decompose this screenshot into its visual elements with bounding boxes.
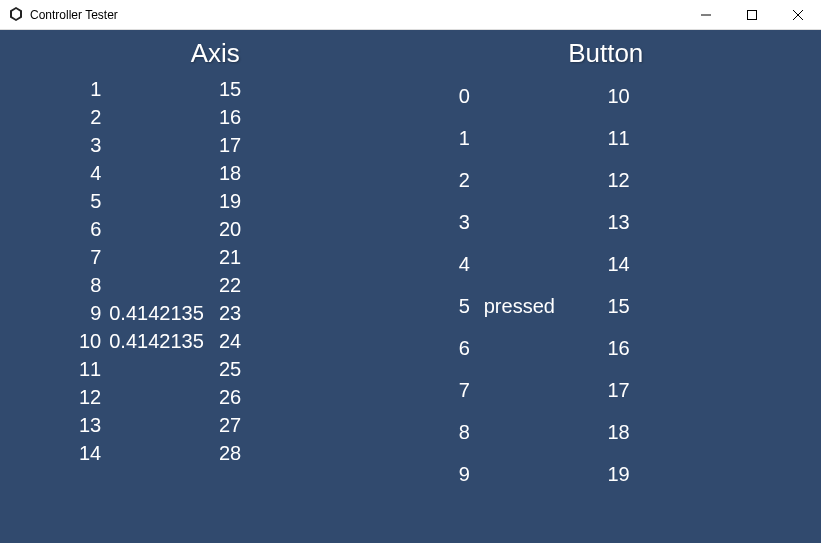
axis-row: 12: [75, 383, 215, 411]
axis-index: 24: [215, 330, 249, 353]
axis-index: 21: [215, 246, 249, 269]
close-button[interactable]: [775, 0, 821, 29]
axis-row: 90.4142135: [75, 299, 215, 327]
axis-header: Axis: [191, 38, 240, 69]
button-row: 11: [606, 117, 766, 159]
button-index: 2: [446, 169, 470, 192]
button-row: 13: [606, 201, 766, 243]
axis-row: 1: [75, 75, 215, 103]
axis-column-2: 1516171819202122232425262728: [215, 75, 355, 467]
button-index: 17: [606, 379, 630, 402]
button-row: 0: [446, 75, 606, 117]
maximize-button[interactable]: [729, 0, 775, 29]
axis-index: 20: [215, 218, 249, 241]
axis-index: 17: [215, 134, 249, 157]
axis-index: 5: [75, 190, 109, 213]
axis-value: 0.4142135: [109, 330, 204, 353]
axis-row: 18: [215, 159, 355, 187]
axis-index: 19: [215, 190, 249, 213]
axis-index: 10: [75, 330, 109, 353]
axis-row: 14: [75, 439, 215, 467]
button-index: 19: [606, 463, 630, 486]
button-row: 9: [446, 453, 606, 495]
button-index: 6: [446, 337, 470, 360]
axis-index: 7: [75, 246, 109, 269]
axis-index: 9: [75, 302, 109, 325]
button-row: 12: [606, 159, 766, 201]
axis-row: 15: [215, 75, 355, 103]
axis-row: 3: [75, 131, 215, 159]
axis-index: 6: [75, 218, 109, 241]
button-row: 2: [446, 159, 606, 201]
button-index: 10: [606, 85, 630, 108]
axis-panel: Axis 1234567890.4142135100.4142135111213…: [20, 38, 411, 535]
button-row: 15: [606, 285, 766, 327]
unity-icon: [8, 7, 24, 23]
button-row: 18: [606, 411, 766, 453]
axis-index: 23: [215, 302, 249, 325]
axis-row: 25: [215, 355, 355, 383]
button-row: 4: [446, 243, 606, 285]
button-row: 19: [606, 453, 766, 495]
axis-index: 12: [75, 386, 109, 409]
axis-row: 17: [215, 131, 355, 159]
axis-row: 11: [75, 355, 215, 383]
button-row: 10: [606, 75, 766, 117]
button-index: 5: [446, 295, 470, 318]
axis-row: 20: [215, 215, 355, 243]
button-index: 4: [446, 253, 470, 276]
button-header: Button: [568, 38, 643, 69]
button-index: 11: [606, 127, 630, 150]
axis-row: 19: [215, 187, 355, 215]
button-columns: 012345pressed6789 10111213141516171819: [411, 75, 802, 495]
axis-row: 8: [75, 271, 215, 299]
button-row: 3: [446, 201, 606, 243]
axis-index: 3: [75, 134, 109, 157]
axis-row: 28: [215, 439, 355, 467]
axis-row: 4: [75, 159, 215, 187]
button-index: 3: [446, 211, 470, 234]
axis-row: 6: [75, 215, 215, 243]
button-index: 7: [446, 379, 470, 402]
app-content: Axis 1234567890.4142135100.4142135111213…: [0, 30, 821, 543]
button-index: 8: [446, 421, 470, 444]
axis-index: 18: [215, 162, 249, 185]
axis-row: 5: [75, 187, 215, 215]
axis-index: 26: [215, 386, 249, 409]
axis-row: 100.4142135: [75, 327, 215, 355]
axis-row: 16: [215, 103, 355, 131]
axis-index: 16: [215, 106, 249, 129]
minimize-button[interactable]: [683, 0, 729, 29]
button-row: 5pressed: [446, 285, 606, 327]
axis-index: 2: [75, 106, 109, 129]
axis-index: 22: [215, 274, 249, 297]
axis-index: 15: [215, 78, 249, 101]
window-title: Controller Tester: [30, 8, 683, 22]
axis-row: 13: [75, 411, 215, 439]
button-row: 16: [606, 327, 766, 369]
button-index: 0: [446, 85, 470, 108]
button-row: 8: [446, 411, 606, 453]
axis-index: 11: [75, 358, 109, 381]
axis-columns: 1234567890.4142135100.414213511121314 15…: [20, 75, 411, 467]
button-index: 9: [446, 463, 470, 486]
button-row: 6: [446, 327, 606, 369]
button-index: 13: [606, 211, 630, 234]
window-controls: [683, 0, 821, 29]
axis-column-1: 1234567890.4142135100.414213511121314: [75, 75, 215, 467]
axis-index: 8: [75, 274, 109, 297]
axis-index: 1: [75, 78, 109, 101]
button-column-1: 012345pressed6789: [446, 75, 606, 495]
button-row: 7: [446, 369, 606, 411]
button-state: pressed: [484, 295, 555, 318]
axis-index: 14: [75, 442, 109, 465]
button-index: 12: [606, 169, 630, 192]
button-index: 15: [606, 295, 630, 318]
axis-index: 4: [75, 162, 109, 185]
button-row: 14: [606, 243, 766, 285]
axis-row: 23: [215, 299, 355, 327]
button-index: 18: [606, 421, 630, 444]
axis-row: 7: [75, 243, 215, 271]
axis-index: 25: [215, 358, 249, 381]
axis-index: 13: [75, 414, 109, 437]
